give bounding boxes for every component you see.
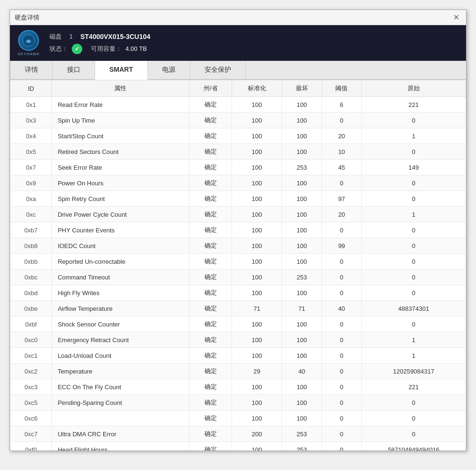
disk-status-row: 状态： ✓ 可用容量： 4.00 TB: [49, 44, 458, 54]
cell-19-0: 0xc5: [10, 395, 52, 411]
cell-18-1: ECC On The Fly Count: [52, 379, 189, 395]
disk-number: 1: [69, 33, 73, 40]
cell-18-3: 100: [232, 379, 282, 395]
brand-logo: [18, 30, 39, 51]
tab-power[interactable]: 电源: [148, 61, 190, 79]
cell-12-2: 确定: [189, 285, 232, 301]
cell-10-6: 0: [361, 254, 466, 269]
col-header-6: 原始: [361, 80, 466, 97]
cell-10-5: 0: [322, 254, 362, 269]
cell-6-3: 100: [232, 191, 282, 207]
col-header-1: 属性: [52, 80, 189, 97]
col-header-2: 州/省: [189, 80, 232, 97]
tab-interface[interactable]: 接口: [53, 61, 95, 79]
cell-17-0: 0xc2: [10, 364, 52, 379]
table-row[interactable]: 0xbbReported Un-correctable确定10010000: [10, 254, 466, 269]
cell-18-6: 221: [361, 379, 466, 395]
cell-17-1: Temperature: [52, 364, 189, 379]
skyhawk-logo-icon: [22, 34, 35, 47]
cell-7-5: 20: [322, 207, 362, 222]
cell-6-0: 0xa: [10, 191, 52, 207]
cell-7-4: 100: [282, 207, 322, 222]
cell-8-6: 0: [361, 222, 466, 238]
cell-8-4: 100: [282, 222, 322, 238]
cell-21-1: Ultra DMA CRC Error: [52, 426, 189, 442]
cell-6-1: Spin Retry Count: [52, 191, 189, 207]
smart-table-container[interactable]: ID属性州/省标准化最坏阈值原始 0x1Read Error Rate确定100…: [10, 80, 466, 451]
cell-22-1: Head Flight Hours: [52, 442, 189, 451]
cell-1-3: 100: [232, 113, 282, 128]
table-row[interactable]: 0xbfShock Sensor Counter确定10010000: [10, 317, 466, 332]
table-row[interactable]: 0x3Spin Up Time确定10010000: [10, 113, 466, 128]
table-row[interactable]: 0x4Start/Stop Count确定100100201: [10, 128, 466, 144]
cell-3-1: Retired Sectors Count: [52, 144, 189, 160]
cell-18-0: 0xc3: [10, 379, 52, 395]
cell-3-3: 100: [232, 144, 282, 160]
table-row[interactable]: 0xc6确定10010000: [10, 411, 466, 426]
cell-7-3: 100: [232, 207, 282, 222]
cell-16-5: 0: [322, 348, 362, 364]
cell-19-4: 100: [282, 395, 322, 411]
cell-3-5: 10: [322, 144, 362, 160]
cell-6-5: 97: [322, 191, 362, 207]
tab-smart[interactable]: SMART: [95, 61, 148, 80]
cell-9-4: 100: [282, 238, 322, 254]
cell-2-4: 100: [282, 128, 322, 144]
table-row[interactable]: 0xc0Emergency Retract Count确定10010001: [10, 332, 466, 348]
table-row[interactable]: 0xc7Ultra DMA CRC Error确定20025300: [10, 426, 466, 442]
cell-9-6: 0: [361, 238, 466, 254]
cell-7-1: Drive Power Cycle Count: [52, 207, 189, 222]
cell-4-2: 确定: [189, 160, 232, 175]
table-row[interactable]: 0xc1Load-Unload Count确定10010001: [10, 348, 466, 364]
table-row[interactable]: 0xb7PHY Counter Events确定10010000: [10, 222, 466, 238]
table-row[interactable]: 0xbdHigh Fly Writes确定10010000: [10, 285, 466, 301]
cell-14-1: Shock Sensor Counter: [52, 317, 189, 332]
cell-14-3: 100: [232, 317, 282, 332]
tab-details[interactable]: 详情: [10, 61, 53, 79]
table-row[interactable]: 0xc3ECC On The Fly Count确定1001000221: [10, 379, 466, 395]
cell-6-6: 0: [361, 191, 466, 207]
cell-3-0: 0x5: [10, 144, 52, 160]
cell-1-0: 0x3: [10, 113, 52, 128]
cell-4-0: 0x7: [10, 160, 52, 175]
col-header-4: 最坏: [282, 80, 322, 97]
table-row[interactable]: 0xf0Head Flight Hours确定10025305871048494…: [10, 442, 466, 451]
status-label: 状态：: [49, 45, 68, 53]
cell-12-5: 0: [322, 285, 362, 301]
table-row[interactable]: 0x1Read Error Rate确定1001006221: [10, 97, 466, 113]
table-row[interactable]: 0xcDrive Power Cycle Count确定100100201: [10, 207, 466, 222]
tab-security[interactable]: 安全保护: [190, 61, 246, 79]
cell-6-4: 100: [282, 191, 322, 207]
cell-14-4: 100: [282, 317, 322, 332]
cell-22-6: 587104849494016: [361, 442, 466, 451]
table-row[interactable]: 0xaSpin Retry Count确定100100970: [10, 191, 466, 207]
cell-3-4: 100: [282, 144, 322, 160]
table-row[interactable]: 0xc2Temperature确定29400120259084317: [10, 364, 466, 379]
table-row[interactable]: 0x7Seek Error Rate确定10025345149: [10, 160, 466, 175]
cell-12-6: 0: [361, 285, 466, 301]
disk-name: ST4000VX015-3CU104: [80, 33, 150, 40]
cell-8-5: 0: [322, 222, 362, 238]
cell-11-3: 100: [232, 269, 282, 285]
table-row[interactable]: 0xbeAirflow Temperature确定717140488374301: [10, 301, 466, 317]
table-row[interactable]: 0xc5Pending-Sparing Count确定10010000: [10, 395, 466, 411]
cell-12-4: 100: [282, 285, 322, 301]
cell-8-2: 确定: [189, 222, 232, 238]
cell-12-0: 0xbd: [10, 285, 52, 301]
cell-4-1: Seek Error Rate: [52, 160, 189, 175]
brand-name: SKYHAWK: [18, 52, 40, 56]
cell-15-2: 确定: [189, 332, 232, 348]
table-row[interactable]: 0xb8IOEDC Count确定100100990: [10, 238, 466, 254]
cell-3-6: 0: [361, 144, 466, 160]
cell-21-3: 200: [232, 426, 282, 442]
table-row[interactable]: 0xbcCommand Timeout确定10025300: [10, 269, 466, 285]
cell-21-0: 0xc7: [10, 426, 52, 442]
cell-16-3: 100: [232, 348, 282, 364]
cell-17-2: 确定: [189, 364, 232, 379]
table-row[interactable]: 0x5Retired Sectors Count确定100100100: [10, 144, 466, 160]
cell-17-6: 120259084317: [361, 364, 466, 379]
cell-16-6: 1: [361, 348, 466, 364]
cell-10-4: 100: [282, 254, 322, 269]
table-row[interactable]: 0x9Power On Hours确定10010000: [10, 175, 466, 191]
close-button[interactable]: ✕: [451, 13, 461, 22]
